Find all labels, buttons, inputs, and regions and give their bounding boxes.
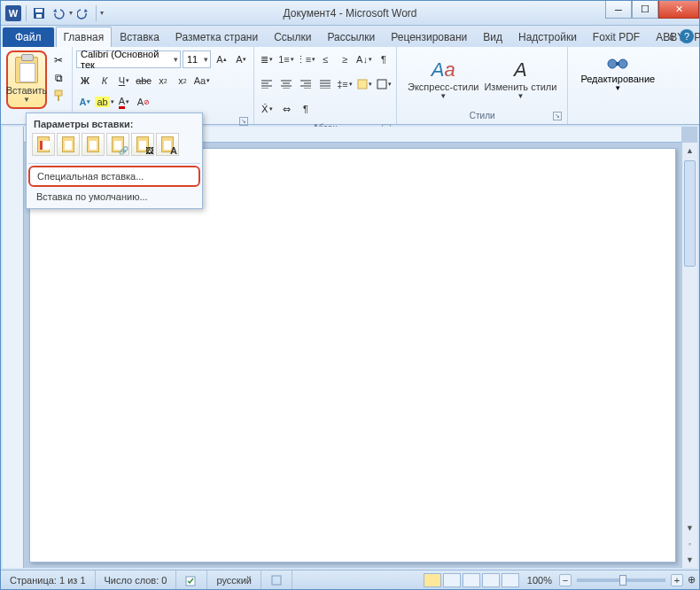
align-left-button[interactable] (258, 75, 276, 93)
multilevel-button[interactable]: ⋮≡ (297, 50, 315, 68)
tab-addins[interactable]: Надстройки (510, 27, 585, 47)
paste-use-dest-button[interactable] (82, 133, 105, 156)
maximize-button[interactable]: ☐ (632, 1, 658, 19)
shrink-font-button[interactable]: A▾ (232, 50, 250, 68)
line-spacing-button[interactable]: ‡≡ (336, 75, 354, 93)
increase-indent-button[interactable]: ≥ (336, 50, 354, 68)
zoom-fit-button[interactable]: ⊕ (683, 574, 699, 586)
paste-text-only-button[interactable]: A (156, 133, 179, 156)
zoom-slider[interactable] (577, 578, 665, 582)
svg-rect-27 (272, 576, 281, 585)
redo-button[interactable] (74, 4, 92, 22)
superscript-button[interactable]: x2 (174, 72, 191, 89)
prev-page-icon[interactable]: ◦ (682, 536, 697, 552)
zoom-value[interactable]: 100% (520, 575, 559, 586)
document-page[interactable] (29, 148, 676, 563)
zoom-out-button[interactable]: − (559, 574, 572, 586)
find-icon[interactable] (606, 54, 629, 74)
font-color-button[interactable]: A (115, 93, 133, 111)
quick-styles-button[interactable]: Aa Экспресс-стили ▼ (408, 58, 478, 100)
ribbon-collapse-icon[interactable]: ۵ (669, 31, 674, 43)
tab-layout[interactable]: Разметка страни (167, 27, 266, 47)
bullets-button[interactable]: ≣ (258, 50, 276, 68)
paste-button[interactable]: Вставить ▼ (6, 50, 47, 109)
copy-button[interactable]: ⧉ (51, 70, 66, 86)
status-words[interactable]: Число слов: 0 (96, 571, 177, 589)
minimize-button[interactable]: ─ (605, 1, 632, 19)
paste-options-menu: Параметры вставки: 🔗 🖼 A Специальная вст… (26, 113, 203, 209)
tab-review[interactable]: Рецензировани (383, 27, 475, 47)
zoom-in-button[interactable]: + (671, 574, 683, 586)
justify-button[interactable] (316, 75, 334, 93)
view-print-layout-button[interactable] (424, 573, 441, 587)
undo-button[interactable] (50, 4, 67, 22)
vertical-ruler[interactable] (3, 127, 24, 568)
status-insert[interactable] (261, 571, 292, 589)
status-proofing[interactable] (176, 571, 207, 589)
tab-insert[interactable]: Вставка (112, 27, 167, 47)
font-dialog-launcher[interactable]: ↘ (239, 117, 248, 126)
tab-home[interactable]: Главная (56, 27, 113, 47)
svg-rect-25 (616, 62, 619, 66)
view-fullscreen-button[interactable] (443, 573, 461, 587)
titlebar: W ▾ ▾ Документ4 - Microsoft Word ─ ☐ ✕ (1, 1, 699, 26)
text-effects-button[interactable]: A (76, 93, 94, 111)
zoom-slider-knob[interactable] (619, 575, 626, 586)
bold-button[interactable]: Ж (76, 72, 94, 89)
format-painter-button[interactable] (51, 88, 66, 104)
paragraph-mark-button[interactable]: ¶ (297, 100, 315, 118)
paste-special-menuitem[interactable]: Специальная вставка... (28, 166, 200, 187)
show-marks-button[interactable]: ¶ (375, 50, 393, 68)
tab-foxit[interactable]: Foxit PDF (585, 27, 648, 47)
paste-default-menuitem[interactable]: Вставка по умолчанию... (28, 187, 200, 206)
close-button[interactable]: ✕ (658, 1, 699, 19)
group-label-styles: Стили ↘ (401, 109, 564, 124)
paste-keep-source-button[interactable] (32, 133, 55, 156)
tab-references[interactable]: Ссылки (266, 27, 319, 47)
window-controls: ─ ☐ ✕ (605, 1, 699, 19)
scroll-up-icon[interactable]: ▲ (682, 143, 697, 159)
paste-merge-button[interactable] (57, 133, 80, 156)
tab-mailings[interactable]: Рассылки (319, 27, 383, 47)
asian-layout-button[interactable]: X̂ (258, 100, 276, 118)
status-page[interactable]: Страница: 1 из 1 (1, 571, 96, 589)
font-name-combo[interactable]: Calibri (Основной тек (76, 50, 181, 68)
font-size-combo[interactable]: 11 (183, 50, 211, 68)
align-right-button[interactable] (297, 75, 315, 93)
status-language[interactable]: русский (207, 571, 261, 589)
borders-button[interactable] (375, 75, 393, 93)
insert-mode-icon (270, 574, 283, 586)
file-tab[interactable]: Файл (3, 27, 54, 47)
change-styles-button[interactable]: A Изменить стили ▼ (484, 58, 556, 100)
shading-button[interactable] (355, 75, 373, 93)
paste-picture-button[interactable]: 🖼 (131, 133, 154, 156)
next-page-icon[interactable]: ▼ (682, 552, 697, 568)
highlight-button[interactable]: ab (96, 93, 113, 111)
save-button[interactable] (30, 4, 48, 22)
align-center-button[interactable] (277, 75, 295, 93)
cut-button[interactable]: ✂ (51, 52, 66, 68)
vertical-scrollbar[interactable]: ▲ ▼ ◦ ▼ (681, 143, 697, 568)
view-web-button[interactable] (463, 573, 480, 587)
clear-formatting-button[interactable]: A⊘ (135, 93, 152, 111)
editing-label[interactable]: Редактирование (580, 74, 655, 84)
view-draft-button[interactable] (502, 573, 519, 587)
strike-button[interactable]: abc (135, 72, 152, 89)
styles-dialog-launcher[interactable]: ↘ (553, 112, 562, 120)
tab-view[interactable]: Вид (475, 27, 510, 47)
numbering-button[interactable]: 1≡ (277, 50, 295, 68)
view-outline-button[interactable] (482, 573, 500, 587)
scroll-down-icon[interactable]: ▼ (682, 520, 697, 536)
help-icon[interactable]: ? (680, 29, 694, 43)
distributed-button[interactable]: ⇔ (277, 100, 295, 118)
subscript-button[interactable]: x2 (154, 72, 172, 89)
grow-font-button[interactable]: A▴ (213, 50, 230, 68)
underline-button[interactable]: Ч (115, 72, 133, 89)
scroll-thumb[interactable] (684, 160, 696, 267)
sort-button[interactable]: A↓ (355, 50, 373, 68)
italic-button[interactable]: К (96, 72, 113, 89)
paste-link-button[interactable]: 🔗 (106, 133, 129, 156)
change-case-button[interactable]: Aa (193, 72, 211, 89)
window-title: Документ4 - Microsoft Word (283, 7, 416, 19)
decrease-indent-button[interactable]: ≤ (316, 50, 334, 68)
